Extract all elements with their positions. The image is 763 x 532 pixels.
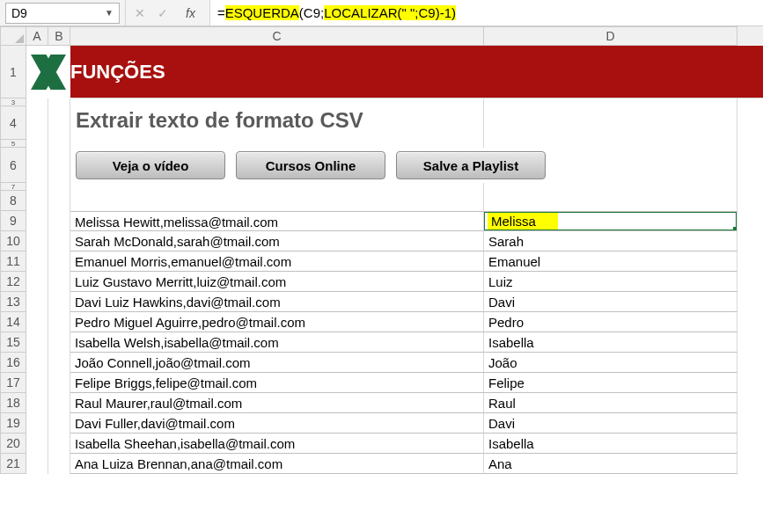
cell-B11[interactable] — [48, 251, 70, 272]
row-header-21[interactable]: 21 — [0, 454, 26, 474]
cell-D10[interactable]: Sarah — [484, 231, 737, 251]
cell-D12[interactable]: Luiz — [484, 272, 737, 292]
row-header-18[interactable]: 18 — [0, 393, 26, 413]
cell-C19[interactable]: Davi Fuller,davi@tmail.com — [70, 413, 484, 434]
formula-input[interactable]: =ESQUERDA(C9;LOCALIZAR(" ";C9)-1) — [209, 0, 763, 26]
row-4: 4 Extrair texto de formato CSV — [0, 106, 763, 140]
cell-D21[interactable]: Ana — [484, 454, 737, 474]
cell-B17[interactable] — [48, 373, 70, 393]
row-header-17[interactable]: 17 — [0, 373, 26, 393]
cell-A10[interactable] — [26, 231, 48, 251]
cell-A21[interactable] — [26, 454, 48, 474]
cell-A15[interactable] — [26, 332, 48, 353]
cell-C17[interactable]: Felipe Briggs,felipe@tmail.com — [70, 373, 484, 393]
cell-B14[interactable] — [48, 312, 70, 332]
col-header-c[interactable]: C — [70, 26, 484, 46]
row-1: 1 FUNÇÕES — [0, 46, 763, 98]
cell-B16[interactable] — [48, 353, 70, 373]
cell-C18[interactable]: Raul Maurer,raul@tmail.com — [70, 393, 484, 413]
row-header-20[interactable]: 20 — [0, 434, 26, 454]
cell-C20[interactable]: Isabella Sheehan,isabella@tmail.com — [70, 434, 484, 454]
col-header-d[interactable]: D — [484, 26, 737, 46]
row-13: 13Davi Luiz Hawkins,davi@tmail.comDavi — [0, 292, 763, 312]
cell-A20[interactable] — [26, 434, 48, 454]
row-header-10[interactable]: 10 — [0, 231, 26, 251]
banner: FUNÇÕES — [70, 46, 763, 98]
cell-D15[interactable]: Isabella — [484, 332, 737, 353]
cell-B12[interactable] — [48, 272, 70, 292]
cell-C21[interactable]: Ana Luiza Brennan,ana@tmail.com — [70, 454, 484, 474]
cell-B10[interactable] — [48, 231, 70, 251]
cell-A18[interactable] — [26, 393, 48, 413]
cell-B15[interactable] — [48, 332, 70, 353]
cell-D11[interactable]: Emanuel — [484, 251, 737, 272]
video-button[interactable]: Veja o vídeo — [76, 151, 225, 179]
cell-B9[interactable] — [48, 211, 70, 231]
chevron-down-icon[interactable]: ▼ — [105, 8, 114, 18]
cell-D9[interactable]: Melissa — [484, 211, 737, 231]
cell-D17[interactable]: Felipe — [484, 373, 737, 393]
row-header-9[interactable]: 9 — [0, 211, 26, 231]
row-header-5[interactable]: 5 — [0, 140, 26, 148]
cell-B19[interactable] — [48, 413, 70, 434]
cell-B18[interactable] — [48, 393, 70, 413]
section-title: Extrair texto de formato CSV — [70, 106, 484, 140]
cell-C12[interactable]: Luiz Gustavo Merritt,luiz@tmail.com — [70, 272, 484, 292]
row-15: 15Isabella Welsh,isabella@tmail.comIsabe… — [0, 332, 763, 353]
cell-C11[interactable]: Emanuel Morris,emanuel@tmail.com — [70, 251, 484, 272]
cell-B13[interactable] — [48, 292, 70, 312]
row-10: 10Sarah McDonald,sarah@tmail.comSarah — [0, 231, 763, 251]
row-header-3[interactable]: 3 — [0, 98, 26, 106]
name-box-value: D9 — [11, 6, 27, 20]
cell-D13[interactable]: Davi — [484, 292, 737, 312]
cell-D19[interactable]: Davi — [484, 413, 737, 434]
row-header-14[interactable]: 14 — [0, 312, 26, 332]
cell-B20[interactable] — [48, 434, 70, 454]
row-header-19[interactable]: 19 — [0, 413, 26, 434]
cell-C15[interactable]: Isabella Welsh,isabella@tmail.com — [70, 332, 484, 353]
cell-C9[interactable]: Melissa Hewitt,melissa@tmail.com — [70, 211, 484, 231]
name-box[interactable]: D9 ▼ — [5, 3, 120, 24]
cell-A17[interactable] — [26, 373, 48, 393]
buttons-area: Veja o vídeo Cursos Online Salve a Playl… — [70, 148, 737, 183]
cell-B21[interactable] — [48, 454, 70, 474]
cell-D14[interactable]: Pedro — [484, 312, 737, 332]
column-headers: A B C D — [0, 26, 763, 46]
cursos-button[interactable]: Cursos Online — [236, 151, 385, 179]
playlist-button[interactable]: Salve a Playlist — [396, 151, 546, 179]
col-header-a[interactable]: A — [26, 26, 48, 46]
row-header-16[interactable]: 16 — [0, 353, 26, 373]
row-8: 8 — [0, 191, 763, 211]
cell-C14[interactable]: Pedro Miguel Aguirre,pedro@tmail.com — [70, 312, 484, 332]
cell-A16[interactable] — [26, 353, 48, 373]
cancel-icon[interactable]: ✕ — [135, 6, 145, 20]
row-header-8[interactable]: 8 — [0, 191, 26, 211]
banner-title: FUNÇÕES — [70, 61, 165, 84]
row-header-15[interactable]: 15 — [0, 332, 26, 353]
accept-icon[interactable]: ✓ — [158, 6, 168, 20]
cell-A9[interactable] — [26, 211, 48, 231]
row-header-4[interactable]: 4 — [0, 106, 26, 140]
cell-A19[interactable] — [26, 413, 48, 434]
select-all-corner[interactable] — [0, 26, 26, 46]
row-header-1[interactable]: 1 — [0, 46, 26, 98]
cell-C13[interactable]: Davi Luiz Hawkins,davi@tmail.com — [70, 292, 484, 312]
row-7: 7 — [0, 183, 763, 191]
cell-A12[interactable] — [26, 272, 48, 292]
fx-icon[interactable]: fx — [180, 6, 201, 20]
cell-C10[interactable]: Sarah McDonald,sarah@tmail.com — [70, 231, 484, 251]
row-header-6[interactable]: 6 — [0, 148, 26, 183]
row-header-7[interactable]: 7 — [0, 183, 26, 191]
cell-D18[interactable]: Raul — [484, 393, 737, 413]
cell-D16[interactable]: João — [484, 353, 737, 373]
row-14: 14Pedro Miguel Aguirre,pedro@tmail.comPe… — [0, 312, 763, 332]
cell-A13[interactable] — [26, 292, 48, 312]
row-header-11[interactable]: 11 — [0, 251, 26, 272]
row-header-13[interactable]: 13 — [0, 292, 26, 312]
cell-D20[interactable]: Isabella — [484, 434, 737, 454]
cell-A11[interactable] — [26, 251, 48, 272]
cell-C16[interactable]: João Connell,joão@tmail.com — [70, 353, 484, 373]
col-header-b[interactable]: B — [48, 26, 70, 46]
cell-A14[interactable] — [26, 312, 48, 332]
row-header-12[interactable]: 12 — [0, 272, 26, 292]
